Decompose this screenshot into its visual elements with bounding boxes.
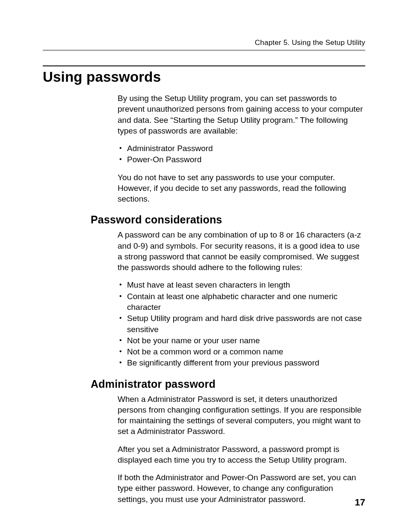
rules-list: Must have at least seven characters in l… xyxy=(118,279,365,368)
list-item: Contain at least one alphabetic characte… xyxy=(118,291,365,313)
list-item: Not be your name or your user name xyxy=(118,335,365,346)
paragraph: A password can be any combination of up … xyxy=(118,229,365,273)
list-item: Setup Utility program and hard disk driv… xyxy=(118,313,365,335)
list-item: Power-On Password xyxy=(118,154,365,165)
page-number: 17 xyxy=(355,497,365,508)
admin-block: When a Administrator Password is set, it… xyxy=(118,394,365,505)
running-head: Chapter 5. Using the Setup Utility xyxy=(43,39,365,47)
document-page: Chapter 5. Using the Setup Utility Using… xyxy=(0,0,408,532)
password-types-list: Administrator Password Power-On Password xyxy=(118,143,365,165)
list-item: Not be a common word or a common name xyxy=(118,346,365,357)
section-rule xyxy=(43,65,365,66)
list-item: Administrator Password xyxy=(118,143,365,154)
paragraph: When a Administrator Password is set, it… xyxy=(118,394,365,437)
header-rule xyxy=(43,50,365,51)
paragraph: By using the Setup Utility program, you … xyxy=(118,93,365,136)
paragraph: You do not have to set any passwords to … xyxy=(118,172,365,205)
subsection-title-considerations: Password considerations xyxy=(91,214,365,226)
list-item: Be significantly different from your pre… xyxy=(118,357,365,368)
list-item: Must have at least seven characters in l… xyxy=(118,279,365,290)
section-intro-block: By using the Setup Utility program, you … xyxy=(118,93,365,204)
paragraph: If both the Administrator and Power-On P… xyxy=(118,472,365,505)
subsection-title-admin: Administrator password xyxy=(91,378,365,390)
section-title: Using passwords xyxy=(43,69,365,85)
paragraph: After you set a Administrator Password, … xyxy=(118,444,365,466)
considerations-block: A password can be any combination of up … xyxy=(118,229,365,368)
